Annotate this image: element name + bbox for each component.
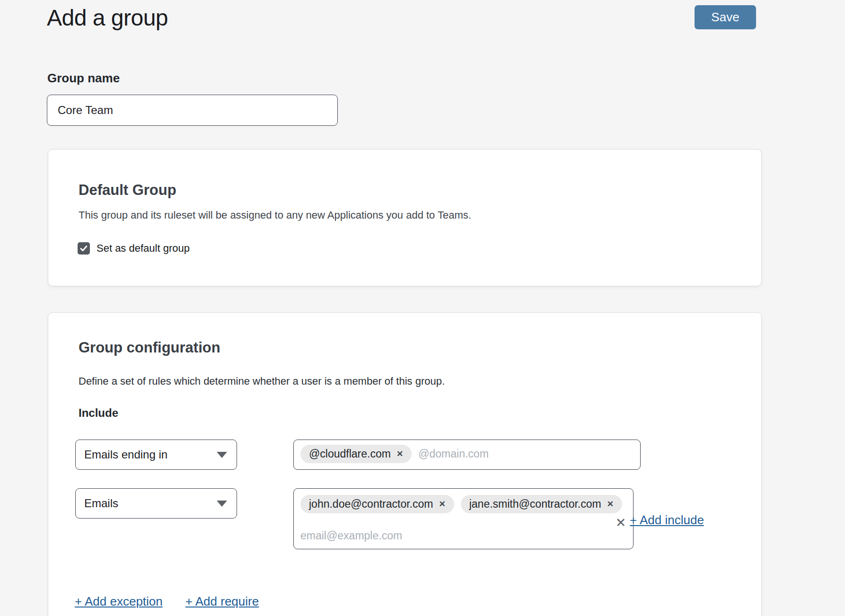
chevron-down-icon bbox=[217, 452, 227, 458]
rule-value-text-input-2[interactable] bbox=[300, 527, 626, 545]
default-group-card: Default Group This group and its ruleset… bbox=[48, 149, 762, 286]
group-configuration-description: Define a set of rules which determine wh… bbox=[79, 375, 445, 387]
rule-type-select-1[interactable]: Emails ending in bbox=[75, 440, 237, 470]
default-group-title: Default Group bbox=[79, 182, 176, 199]
rule-value-input-2[interactable]: john.doe@contractor.com ✕ jane.smith@con… bbox=[293, 488, 634, 549]
group-configuration-card: Group configuration Define a set of rule… bbox=[48, 312, 762, 616]
add-group-page: Add a group Save Group name Default Grou… bbox=[0, 0, 845, 616]
include-label: Include bbox=[79, 406, 118, 420]
page-title: Add a group bbox=[47, 5, 168, 31]
group-name-label: Group name bbox=[47, 71, 120, 86]
rule-type-select-2-value: Emails bbox=[84, 497, 118, 510]
rule-type-select-1-value: Emails ending in bbox=[84, 448, 167, 461]
add-include-link[interactable]: + Add include bbox=[630, 513, 704, 528]
default-group-description: This group and its ruleset will be assig… bbox=[79, 209, 471, 221]
tag-pill: @cloudflare.com ✕ bbox=[300, 445, 412, 463]
default-group-checkbox-row[interactable]: Set as default group bbox=[78, 242, 190, 255]
checkbox-label: Set as default group bbox=[97, 242, 190, 255]
tag-label: jane.smith@contractor.com bbox=[469, 498, 601, 510]
rule-type-select-2[interactable]: Emails bbox=[75, 488, 237, 519]
group-configuration-title: Group configuration bbox=[79, 339, 220, 356]
checkbox-checked-icon[interactable] bbox=[78, 242, 90, 255]
tag-remove-icon[interactable]: ✕ bbox=[396, 450, 403, 458]
rule-value-text-input-1[interactable] bbox=[418, 445, 634, 463]
tag-remove-icon[interactable]: ✕ bbox=[607, 500, 614, 508]
group-name-input[interactable] bbox=[47, 95, 338, 126]
remove-rule-icon[interactable]: ✕ bbox=[612, 514, 629, 531]
save-button[interactable]: Save bbox=[695, 5, 756, 29]
add-exception-link[interactable]: + Add exception bbox=[75, 594, 163, 609]
tag-label: @cloudflare.com bbox=[309, 448, 391, 460]
rule-value-input-1[interactable]: @cloudflare.com ✕ bbox=[293, 440, 641, 470]
tag-remove-icon[interactable]: ✕ bbox=[439, 500, 445, 508]
check-icon bbox=[79, 244, 88, 253]
tag-pill: jane.smith@contractor.com ✕ bbox=[461, 495, 622, 513]
chevron-down-icon bbox=[217, 501, 227, 507]
tag-label: john.doe@contractor.com bbox=[309, 498, 433, 510]
rule-action-links: + Add exception + Add require bbox=[75, 594, 259, 609]
add-require-link[interactable]: + Add require bbox=[185, 594, 259, 609]
tag-pill: john.doe@contractor.com ✕ bbox=[300, 495, 454, 513]
